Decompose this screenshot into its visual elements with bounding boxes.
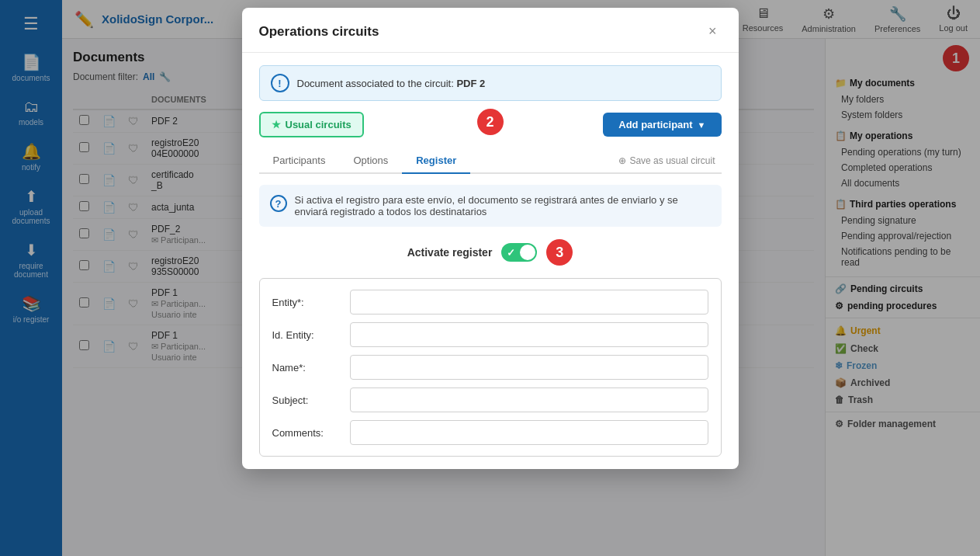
- toggle-check-icon: ✓: [507, 247, 515, 259]
- modal-tabs: Participants Options Register ⊕ Save as …: [259, 148, 722, 174]
- activate-register-toggle[interactable]: ✓: [501, 243, 537, 262]
- info-box: ? Si activa el registro para este envío,…: [259, 185, 722, 227]
- toggle-knob: [520, 245, 535, 260]
- modal-close-button[interactable]: ×: [704, 22, 722, 41]
- name-label: Name*:: [272, 362, 342, 374]
- question-icon: ?: [270, 195, 287, 212]
- info-box-text: Si activa el registro para este envío, e…: [295, 194, 711, 217]
- comments-input[interactable]: [350, 420, 708, 445]
- modal-overlay[interactable]: Operations circuits × ! Document associa…: [0, 0, 980, 556]
- tab-options[interactable]: Options: [339, 148, 402, 174]
- activate-register-label: Activate register: [407, 246, 493, 259]
- tab-participants[interactable]: Participants: [259, 148, 340, 174]
- app-container: ☰ 📄 documents 🗂 models 🔔 notify ⬆ upload…: [0, 0, 980, 556]
- step-badge-3: 3: [546, 239, 573, 266]
- modal-dialog: Operations circuits × ! Document associa…: [242, 8, 739, 469]
- modal-header: Operations circuits ×: [242, 8, 739, 53]
- form-row-name: Name*:: [272, 355, 708, 380]
- subject-input[interactable]: [350, 387, 708, 412]
- form-row-id-entity: Id. Entity:: [272, 322, 708, 347]
- add-participant-button[interactable]: Add participant ▼: [603, 113, 721, 137]
- entity-label: Entity*:: [272, 297, 342, 308]
- step-badge-2: 2: [477, 109, 504, 135]
- entity-input[interactable]: [350, 290, 708, 314]
- info-banner: ! Document associated to the circuit: PD…: [259, 65, 722, 101]
- tab-register[interactable]: Register: [402, 148, 470, 174]
- id-entity-input[interactable]: [350, 322, 708, 347]
- comments-label: Comments:: [272, 427, 342, 439]
- modal-body: ! Document associated to the circuit: PD…: [242, 53, 739, 469]
- plus-icon: ⊕: [618, 155, 626, 166]
- form-row-entity: Entity*:: [272, 290, 708, 314]
- usual-circuits-button[interactable]: ★ Usual circuits: [259, 112, 364, 137]
- register-form: Entity*: Id. Entity: Name*: Subject:: [259, 278, 722, 457]
- form-row-comments: Comments:: [272, 420, 708, 445]
- id-entity-label: Id. Entity:: [272, 329, 342, 341]
- form-row-subject: Subject:: [272, 387, 708, 412]
- name-input[interactable]: [350, 355, 708, 380]
- circuit-actions: ★ Usual circuits 2 Add participant ▼: [259, 112, 722, 137]
- activate-register-row: Activate register ✓ 3: [259, 239, 722, 266]
- star-icon: ★: [272, 119, 281, 130]
- save-circuit-button[interactable]: ⊕ Save as usual circuit: [612, 148, 721, 172]
- chevron-down-icon: ▼: [698, 120, 706, 130]
- info-banner-text: Document associated to the circuit: PDF …: [297, 78, 486, 89]
- info-icon: !: [271, 74, 289, 92]
- modal-title: Operations circuits: [259, 24, 379, 40]
- subject-label: Subject:: [272, 394, 342, 406]
